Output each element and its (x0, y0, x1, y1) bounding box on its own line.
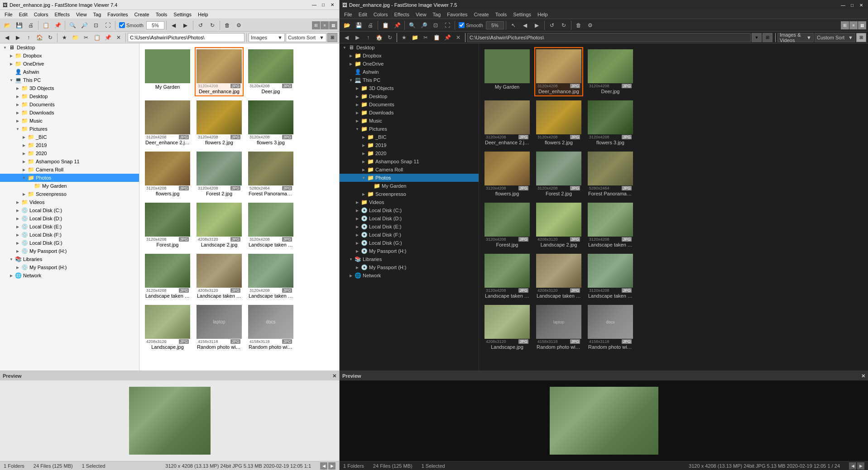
rexpand-d[interactable]: ▶ (354, 215, 360, 222)
rnav-new-folder[interactable]: 📁 (410, 33, 420, 42)
right-menu-edit[interactable]: Edit (356, 11, 370, 18)
rthumb-mygarden[interactable]: My Garden (483, 47, 532, 96)
rthumb-landscape-main[interactable]: 4208x3120JPG Landscape.jpg (483, 303, 532, 352)
thumb-landscape-fro2[interactable]: 3120x4208JPG Landscape taken fro... (143, 252, 192, 301)
view-icon-3[interactable]: ▦ (329, 21, 337, 29)
rthumb-deer2[interactable]: 3120x4208JPG Deer_enhance 2.jpg (483, 98, 532, 147)
left-tree-desktop2[interactable]: ▶ 📁 Desktop (0, 92, 139, 100)
rthumb-forest2[interactable]: 3120x4208JPG Forest 2.jpg (534, 149, 583, 199)
rexpand-screen[interactable]: ▶ (360, 191, 367, 197)
expand-f[interactable]: ▶ (14, 232, 21, 238)
rexpand-photos[interactable]: ▼ (360, 175, 367, 181)
expand-thispc[interactable]: ▼ (8, 77, 14, 83)
rtb-prev[interactable]: ◀ (520, 20, 531, 30)
left-tree-videos[interactable]: ▶ 📁 Videos (0, 198, 139, 206)
expand-photos[interactable]: ▼ (21, 175, 27, 181)
rtree-passport[interactable]: ▶ 💿 My Passport (H:) (340, 247, 479, 255)
rtb-zoom-in[interactable]: 🔍 (407, 20, 417, 30)
rtree-network[interactable]: ▶ 🌐 Network (340, 271, 479, 280)
rnav-up[interactable]: ↑ (363, 33, 373, 42)
rview-icon-3[interactable]: ▦ (858, 21, 866, 29)
tb-settings[interactable]: ⚙ (234, 20, 245, 30)
rthumb-landscape2[interactable]: 4208x3120JPG Landscape 2.jpg (534, 200, 583, 250)
right-menu-tools[interactable]: Tools (493, 11, 510, 18)
left-tree-bic[interactable]: ▶ 📁 _BIC (0, 133, 139, 141)
rexpand-mygarden[interactable] (367, 183, 373, 189)
tb-fit[interactable]: ⊡ (91, 20, 101, 30)
expand-screen[interactable]: ▶ (21, 191, 27, 197)
left-menu-settings[interactable]: Settings (171, 11, 194, 18)
rthumb-random2[interactable]: docs 4158x3118JPG Random photo with ... (586, 303, 635, 352)
thumb-flowers3[interactable]: 3120x4208JPG flowers 3.jpg (246, 98, 295, 147)
filter-dropdown[interactable]: Images ▼ (249, 33, 285, 42)
expand-desktop[interactable]: ▼ (2, 44, 8, 51)
rtb-next[interactable]: ▶ (532, 20, 542, 30)
thumb-forest-pan[interactable]: 5280x2464JPG Forest Panorama.jpg (246, 149, 295, 199)
rnav-refresh[interactable]: ↻ (385, 33, 395, 42)
left-menu-help[interactable]: Help (195, 11, 211, 18)
address-bar[interactable]: C:\Users\Ashwin\Pictures\Photos\ (128, 33, 245, 42)
tb-paste[interactable]: 📌 (52, 20, 63, 30)
tb-save[interactable]: 💾 (14, 20, 24, 30)
rtree-disk-c[interactable]: ▶ 💿 Local Disk (C:) (340, 206, 479, 214)
rtree-bic[interactable]: ▶ 📁 _BIC (340, 133, 479, 141)
expand-passport2[interactable]: ▶ (14, 264, 21, 271)
view-icon-2[interactable]: ≡ (321, 21, 329, 29)
thumb-landscape-fro4[interactable]: 3120x4208JPG Landscape taken fro... (246, 252, 295, 301)
left-tree-libs[interactable]: ▼ 📚 Libraries (0, 255, 139, 263)
rexpand-thispc[interactable]: ▼ (348, 77, 354, 83)
rtree-ashwin[interactable]: 👤 Ashwin (340, 68, 479, 76)
right-sort-dropdown[interactable]: Custom Sort ▼ (815, 33, 855, 42)
rthumb-landscape-fro1[interactable]: 3120x4208JPG Landscape taken fro... (586, 200, 635, 250)
rtree-docs[interactable]: ▶ 📁 Documents (340, 100, 479, 109)
left-menu-tools[interactable]: Tools (153, 11, 170, 18)
rnav-del[interactable]: ✕ (453, 33, 463, 42)
rtb-delete[interactable]: 🗑 (573, 20, 584, 30)
tb-zoom-in[interactable]: 🔍 (67, 20, 78, 30)
nav-up[interactable]: ↑ (24, 33, 34, 42)
expand-desktop2[interactable]: ▶ (14, 93, 21, 100)
left-tree-desktop[interactable]: ▼ 🖥 Desktop (0, 43, 139, 52)
rexpand-passport[interactable]: ▶ (354, 248, 360, 254)
left-tree-screen[interactable]: ▶ 📁 Screenpresso (0, 190, 139, 198)
expand-2019[interactable]: ▶ (21, 142, 27, 148)
right-addr-icon[interactable]: ⊞ (762, 33, 772, 42)
rexpand-e[interactable]: ▶ (354, 223, 360, 230)
rnav-cut[interactable]: ✂ (421, 33, 431, 42)
rtb-print[interactable]: 🖨 (365, 20, 376, 30)
right-zoom-input[interactable]: 5% (486, 21, 504, 29)
rthumb-forest[interactable]: 3120x4208JPG Forest.jpg (483, 200, 532, 250)
rtree-screen[interactable]: ▶ 📁 Screenpresso (340, 190, 479, 198)
rtb-rotate-l[interactable]: ↺ (547, 20, 557, 30)
rthumb-deer-enhance[interactable]: 3120x4208JPG Deer_enhance.jpg (534, 47, 583, 96)
left-tree-disk-d[interactable]: ▶ 💿 Local Disk (D:) (0, 214, 139, 223)
thumb-landscape-main[interactable]: 4208x3120JPG Landscape.jpg (143, 303, 192, 352)
tb-print[interactable]: 🖨 (25, 20, 36, 30)
rexpand-music[interactable]: ▶ (354, 118, 360, 124)
rtb-fullscreen[interactable]: ⛶ (442, 20, 453, 30)
expand-e[interactable]: ▶ (14, 223, 21, 230)
rtree-disk-e[interactable]: ▶ 💿 Local Disk (E:) (340, 223, 479, 231)
rexpand-desktop[interactable]: ▼ (341, 44, 348, 51)
rtree-onedrive[interactable]: ▶ 📁 OneDrive (340, 60, 479, 68)
left-tree-3d[interactable]: ▶ 📁 3D Objects (0, 84, 139, 92)
rnav-paste2[interactable]: 📌 (442, 33, 452, 42)
expand-camera[interactable]: ▶ (21, 166, 27, 173)
expand-network[interactable]: ▶ (8, 272, 14, 279)
expand-pictures[interactable]: ▼ (14, 126, 21, 132)
right-close-btn[interactable]: ✕ (857, 1, 865, 9)
left-menu-view[interactable]: View (73, 11, 90, 18)
left-tree-2019[interactable]: ▶ 📁 2019 (0, 141, 139, 149)
rthumb-deer[interactable]: 3120x4208JPG Deer.jpg (586, 47, 635, 96)
right-menu-effects[interactable]: Effects (392, 11, 412, 18)
rtree-camera[interactable]: ▶ 📁 Camera Roll (340, 166, 479, 174)
left-tree-network[interactable]: ▶ 🌐 Network (0, 271, 139, 280)
right-menu-help[interactable]: Help (535, 11, 551, 18)
right-smooth-check[interactable]: Smooth (457, 22, 485, 28)
nav-fwd[interactable]: ▶ (13, 33, 23, 42)
rtree-3d[interactable]: ▶ 📁 3D Objects (340, 84, 479, 92)
expand-mygarden[interactable] (27, 183, 34, 189)
right-menu-colors[interactable]: Colors (371, 11, 391, 18)
right-addr-btn[interactable]: ▼ (752, 33, 762, 42)
expand-c[interactable]: ▶ (14, 207, 21, 214)
